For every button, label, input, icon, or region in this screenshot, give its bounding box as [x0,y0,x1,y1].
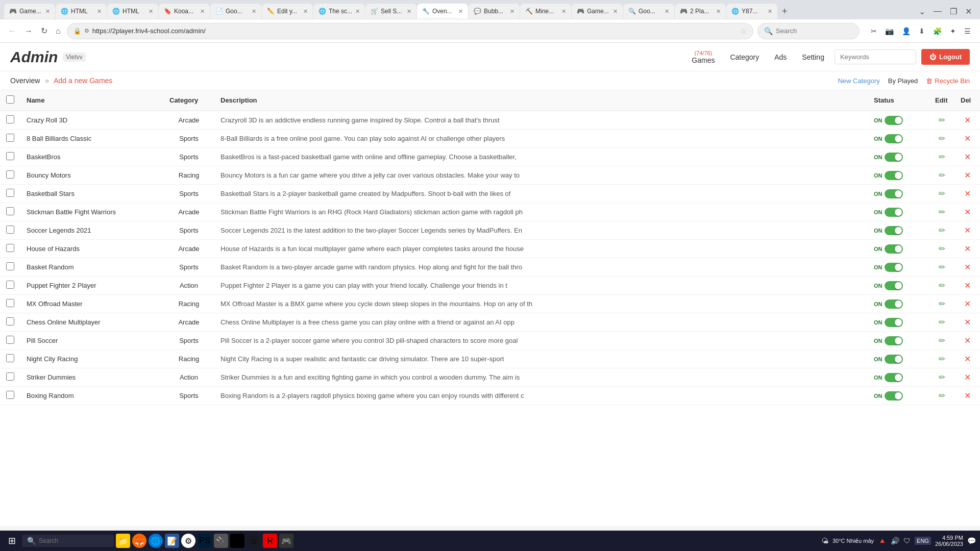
reload-button[interactable]: ↻ [39,24,50,38]
row-checkbox-9[interactable] [6,281,14,289]
maximize-button[interactable]: ❐ [948,6,959,17]
row-checkbox-14[interactable] [6,372,14,381]
tab-12[interactable]: 🎮 Game... ✕ [572,4,623,19]
close-window-button[interactable]: ✕ [963,6,974,17]
extensions-button[interactable]: ✂ [868,25,880,37]
tab-overflow-button[interactable]: ⌄ [917,6,927,17]
row-checkbox-15[interactable] [6,391,14,399]
status-toggle-1[interactable]: ON [874,134,903,143]
toggle-track-14[interactable] [885,373,903,382]
status-toggle-2[interactable]: ON [874,153,903,162]
tab-14[interactable]: 🎮 2 Pla... ✕ [675,4,726,19]
tab-2[interactable]: 🌐 HTML ✕ [56,4,107,19]
edit-button-4[interactable]: ✏ [939,189,945,198]
status-toggle-9[interactable]: ON [874,281,903,290]
delete-button-11[interactable]: ✕ [964,318,971,327]
breadcrumb-overview[interactable]: Overview [10,77,40,85]
delete-button-8[interactable]: ✕ [964,263,971,271]
status-toggle-12[interactable]: ON [874,336,903,345]
status-toggle-15[interactable]: ON [874,391,903,400]
back-button[interactable]: ← [6,24,18,38]
tab-7[interactable]: 🌐 The sc... ✕ [313,4,365,19]
edit-button-12[interactable]: ✏ [939,336,945,345]
home-button[interactable]: ⌂ [54,24,63,38]
toggle-track-3[interactable] [885,171,903,180]
toggle-track-5[interactable] [885,208,903,217]
tab-13[interactable]: 🔍 Goo... ✕ [623,4,674,19]
nav-setting[interactable]: Setting [802,53,824,61]
toggle-track-9[interactable] [885,281,903,290]
delete-button-3[interactable]: ✕ [964,171,971,180]
forward-button[interactable]: → [22,24,35,38]
tab-13-close[interactable]: ✕ [665,8,669,15]
row-checkbox-6[interactable] [6,226,14,234]
tab-2-close[interactable]: ✕ [97,8,102,15]
tab-8-close[interactable]: ✕ [407,8,411,15]
edit-button-5[interactable]: ✏ [939,208,945,216]
tab-8[interactable]: 🛒 Sell S... ✕ [365,4,416,19]
row-checkbox-8[interactable] [6,262,14,270]
edit-button-7[interactable]: ✏ [939,244,945,253]
delete-button-1[interactable]: ✕ [964,134,971,143]
edit-button-14[interactable]: ✏ [939,373,945,382]
row-checkbox-12[interactable] [6,336,14,344]
tab-3[interactable]: 🌐 HTML ✕ [107,4,158,19]
tab-4[interactable]: 🔖 Kooa... ✕ [159,4,210,19]
status-toggle-0[interactable]: ON [874,116,903,125]
tab-11-close[interactable]: ✕ [561,8,566,15]
delete-button-12[interactable]: ✕ [964,336,971,345]
row-checkbox-7[interactable] [6,244,14,252]
nav-category[interactable]: Category [730,53,759,61]
nav-ads[interactable]: Ads [774,53,787,61]
edit-button-13[interactable]: ✏ [939,355,945,363]
status-toggle-6[interactable]: ON [874,226,903,235]
breadcrumb-add-games[interactable]: Add a new Games [54,77,112,85]
status-toggle-8[interactable]: ON [874,263,903,272]
edit-button-2[interactable]: ✏ [939,153,945,161]
tab-6-close[interactable]: ✕ [303,8,308,15]
tab-7-close[interactable]: ✕ [355,8,360,15]
row-checkbox-13[interactable] [6,354,14,362]
tab-15-close[interactable]: ✕ [768,8,772,15]
status-toggle-11[interactable]: ON [874,318,903,327]
edit-button-10[interactable]: ✏ [939,299,945,308]
tab-9[interactable]: 🔧 Oven... ✕ Overview [417,4,468,19]
tab-12-close[interactable]: ✕ [613,8,618,15]
row-checkbox-2[interactable] [6,152,14,160]
profile-button[interactable]: 👤 [899,25,914,37]
edit-button-6[interactable]: ✏ [939,226,945,235]
tab-1-close[interactable]: ✕ [45,8,50,15]
address-input[interactable] [92,27,737,35]
edit-button-3[interactable]: ✏ [939,171,945,180]
tab-15[interactable]: 🌐 Y87... ✕ [726,4,777,19]
delete-button-9[interactable]: ✕ [964,281,971,290]
browser-search-input[interactable] [776,27,837,35]
toggle-track-2[interactable] [885,153,903,162]
delete-button-13[interactable]: ✕ [964,355,971,363]
toggle-track-15[interactable] [885,391,903,400]
toggle-track-4[interactable] [885,189,903,198]
download-button[interactable]: ⬇ [916,25,928,37]
toggle-track-13[interactable] [885,355,903,364]
tab-14-close[interactable]: ✕ [716,8,721,15]
edit-button-1[interactable]: ✏ [939,134,945,143]
tab-4-close[interactable]: ✕ [200,8,205,15]
delete-button-0[interactable]: ✕ [964,116,971,124]
status-toggle-4[interactable]: ON [874,189,903,198]
addons-button[interactable]: 🧩 [930,25,945,37]
toggle-track-1[interactable] [885,134,903,143]
delete-button-7[interactable]: ✕ [964,244,971,253]
row-checkbox-11[interactable] [6,317,14,325]
row-checkbox-1[interactable] [6,134,14,142]
recycle-bin-button[interactable]: 🗑 Recycle Bin [926,77,970,85]
tab-11[interactable]: ⛏️ Mine... ✕ [520,4,571,19]
delete-button-14[interactable]: ✕ [964,373,971,382]
new-tab-button[interactable]: + [778,6,792,17]
toggle-track-11[interactable] [885,318,903,327]
toggle-track-8[interactable] [885,263,903,272]
tab-10-close[interactable]: ✕ [510,8,514,15]
edit-button-8[interactable]: ✏ [939,263,945,271]
by-played-button[interactable]: By Played [888,77,918,85]
menu-button[interactable]: ☰ [961,25,974,37]
toggle-track-10[interactable] [885,299,903,309]
